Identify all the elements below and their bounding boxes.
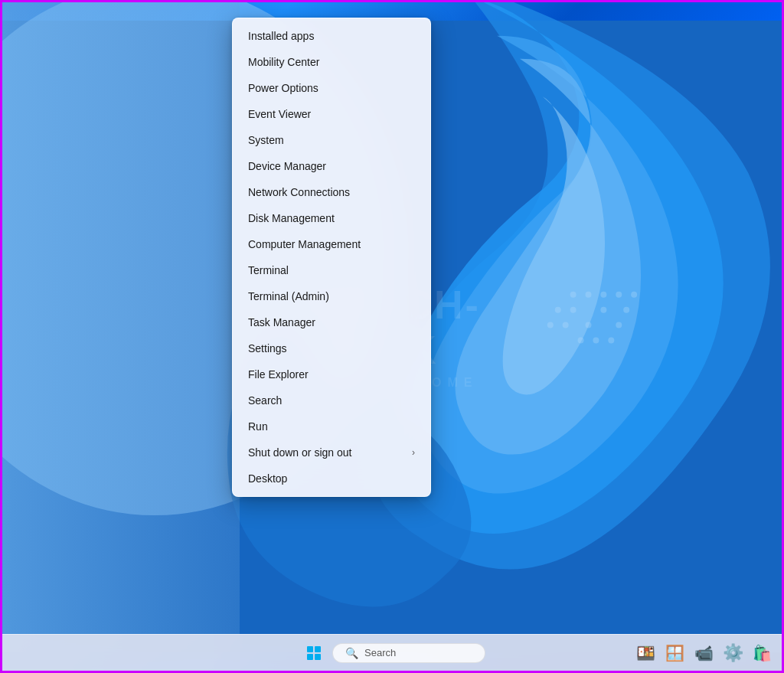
tray-video-icon[interactable]: 📹 [690,639,717,667]
menu-item-disk-management[interactable]: Disk Management [233,205,430,231]
svg-point-2 [570,307,577,313]
menu-label-network-connections: Network Connections [248,186,350,198]
svg-point-17 [563,322,569,328]
win-quad-br [315,654,321,660]
svg-point-5 [616,322,622,328]
menu-label-terminal-admin: Terminal (Admin) [248,290,329,302]
menu-label-search: Search [248,394,282,407]
svg-point-11 [600,292,606,298]
left-overlay [2,2,240,671]
menu-label-device-manager: Device Manager [248,160,326,172]
menu-item-system[interactable]: System [233,127,430,153]
menu-item-event-viewer[interactable]: Event Viewer [233,101,430,127]
menu-label-task-manager: Task Manager [248,316,315,328]
menu-label-event-viewer: Event Viewer [248,108,311,120]
svg-point-4 [600,307,606,313]
tray-bag-icon[interactable]: 🛍️ [748,639,776,667]
svg-point-8 [608,337,614,343]
menu-label-settings: Settings [248,342,287,354]
svg-point-9 [570,292,577,298]
menu-item-network-connections[interactable]: Network Connections [233,179,430,205]
search-icon: 🔍 [345,647,358,659]
menu-item-device-manager[interactable]: Device Manager [233,153,430,179]
menu-item-power-options[interactable]: Power Options [233,75,430,101]
svg-point-16 [547,322,554,328]
menu-label-power-options: Power Options [248,82,318,94]
menu-label-desktop: Desktop [248,472,287,485]
menu-item-installed-apps[interactable]: Installed apps [233,23,430,49]
menu-item-shut-down[interactable]: Shut down or sign out› [233,439,430,466]
menu-item-file-explorer[interactable]: File Explorer [233,361,430,387]
desktop: HITECH- WORK YOUR OUTCOME Installed apps… [0,0,784,673]
tray-windows-icon[interactable]: 🪟 [661,639,688,667]
search-bar[interactable]: 🔍 Search [332,643,485,663]
menu-item-computer-management[interactable]: Computer Management [233,231,430,257]
tray-chrome-icon[interactable]: ⚙️ [719,639,746,667]
menu-item-desktop[interactable]: Desktop [233,466,430,492]
svg-point-3 [586,322,592,328]
svg-point-10 [586,292,592,298]
windows-logo [307,646,321,660]
context-menu: Installed appsMobility CenterPower Optio… [232,18,431,497]
menu-label-disk-management: Disk Management [248,212,335,224]
menu-label-terminal: Terminal [248,264,289,276]
win-quad-tl [307,646,313,652]
menu-item-run[interactable]: Run [233,413,430,439]
menu-item-task-manager[interactable]: Task Manager [233,309,430,335]
svg-point-6 [578,337,584,343]
svg-point-7 [593,337,599,343]
menu-item-mobility-center[interactable]: Mobility Center [233,49,430,75]
menu-label-system: System [248,134,284,146]
start-button[interactable] [299,638,329,668]
taskbar-center: 🔍 Search [299,638,485,668]
menu-label-file-explorer: File Explorer [248,368,309,381]
menu-label-computer-management: Computer Management [248,238,361,250]
win-quad-bl [307,654,313,660]
tray-area: 🍱 🪟 📹 ⚙️ 🛍️ [632,639,776,667]
svg-point-15 [555,307,561,313]
tray-food-icon[interactable]: 🍱 [632,639,659,667]
menu-item-terminal[interactable]: Terminal [233,257,430,283]
search-label: Search [364,647,396,658]
svg-point-12 [616,292,622,298]
menu-label-run: Run [248,420,268,433]
taskbar: 🔍 Search 🍱 🪟 📹 ⚙️ 🛍️ [2,634,782,671]
menu-label-mobility-center: Mobility Center [248,56,319,68]
svg-point-14 [631,292,637,298]
menu-item-search[interactable]: Search [233,387,430,413]
chevron-right-icon: › [412,447,415,458]
win-quad-tr [315,646,321,652]
menu-label-installed-apps: Installed apps [248,30,314,42]
menu-item-terminal-admin[interactable]: Terminal (Admin) [233,283,430,309]
svg-point-13 [623,307,629,313]
menu-item-settings[interactable]: Settings [233,335,430,361]
menu-label-shut-down: Shut down or sign out [248,446,351,459]
